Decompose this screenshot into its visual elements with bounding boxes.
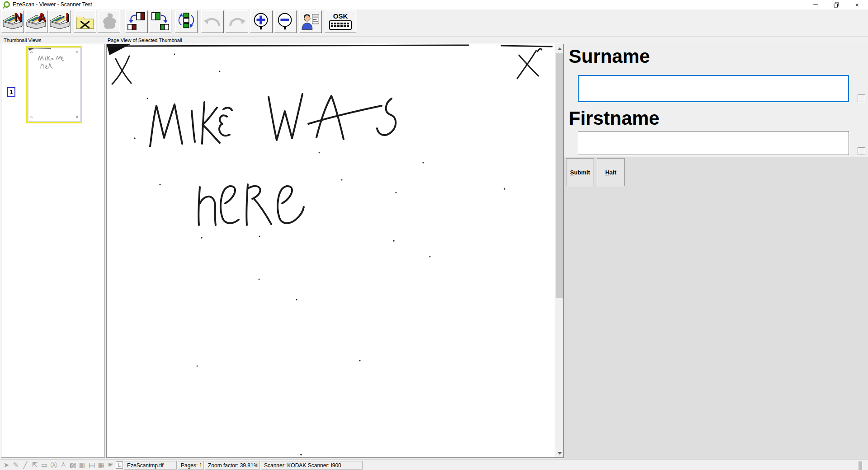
undo-button[interactable]: [201, 10, 224, 33]
annotation-toolbar: ➤ ✎ ╱ ⇱ ▭ Ⓐ ♙ ▨ ▥ ▤ ▦ ☛: [2, 460, 115, 470]
scrollbar-thumb[interactable]: [556, 53, 563, 298]
status-filename: EzeScantmp.tif: [124, 461, 177, 470]
status-zoom-factor: Zoom factor: 39.81%: [205, 461, 260, 470]
redo-icon: [226, 11, 247, 32]
status-scanner: Scanner: KODAK Scanner: i900: [261, 461, 363, 470]
rotate-right-button[interactable]: [149, 10, 171, 33]
select-tool-icon[interactable]: ⇱: [31, 461, 39, 469]
scanned-page-image: [107, 44, 555, 457]
stamp-tool-icon[interactable]: ♙: [59, 461, 67, 469]
pen-tool-icon[interactable]: ✎: [12, 461, 20, 469]
rotate-left-button[interactable]: [125, 10, 148, 33]
rectangle-tool-icon[interactable]: ▭: [40, 461, 48, 469]
svg-text:I: I: [66, 11, 69, 24]
highlight-tool-icon[interactable]: ▨: [69, 461, 77, 469]
zoom-in-button[interactable]: [250, 10, 273, 33]
panel-labels-row: Thumbnail Views Page View of Selected Th…: [0, 36, 868, 44]
text-annotation-icon[interactable]: Ⓐ: [50, 461, 58, 470]
thumbnail-scan-image: [28, 47, 81, 122]
minimize-icon: [813, 5, 818, 5]
on-screen-keyboard-button[interactable]: OSK: [325, 10, 356, 33]
resize-grip[interactable]: [859, 461, 862, 470]
rotate-180-icon: [176, 11, 197, 32]
zoom-in-icon: [251, 11, 272, 32]
close-icon: ×: [855, 1, 859, 9]
submit-button[interactable]: Submit: [566, 158, 594, 186]
surname-label: Surname: [569, 46, 650, 67]
pan-tool-icon[interactable]: ☛: [107, 461, 115, 469]
thumbnail-views-label: Thumbnail Views: [4, 38, 42, 43]
restore-icon: [834, 2, 839, 8]
surname-side-box[interactable]: [858, 94, 865, 102]
delete-page-icon: [99, 11, 119, 32]
indexing-panel: Surname Firstname Submit Halt: [564, 44, 868, 459]
zoom-out-icon: [275, 11, 296, 32]
restore-button[interactable]: [826, 0, 847, 9]
svg-text:A: A: [38, 11, 46, 24]
scanner-insert-icon: I I: [49, 11, 71, 33]
page-view-panel[interactable]: [106, 44, 564, 458]
scroll-down-icon: [557, 452, 562, 455]
firstname-input[interactable]: [578, 131, 849, 155]
scanner-append-icon: A A: [25, 11, 47, 33]
title-bar: EzeScan - Viewer - Scanner Test ×: [0, 0, 868, 9]
operator-action-button[interactable]: [299, 10, 322, 33]
operator-document-icon: [300, 11, 321, 32]
scan-new-button[interactable]: N N: [1, 10, 24, 33]
status-pages: Pages: 1: [178, 461, 204, 470]
line-tool-icon[interactable]: ╱: [21, 461, 29, 469]
scan-append-button[interactable]: A A: [25, 10, 47, 33]
scroll-up-button[interactable]: [555, 44, 564, 53]
close-button[interactable]: ×: [847, 0, 868, 9]
minimize-button[interactable]: [805, 0, 826, 9]
svg-text:OSK: OSK: [333, 12, 348, 20]
svg-text:N: N: [14, 11, 22, 24]
folder-close-icon: [75, 11, 95, 32]
firstname-label: Firstname: [569, 108, 660, 129]
main-toolbar: N N A A I I: [0, 9, 868, 36]
scan-insert-button[interactable]: I I: [48, 10, 71, 33]
redo-button[interactable]: [226, 10, 248, 33]
redact-tool-icon[interactable]: ▥: [78, 461, 86, 469]
index-actions-area: Submit Halt: [564, 157, 868, 459]
fill-tool-icon[interactable]: ▤: [88, 461, 96, 469]
delete-page-button[interactable]: [98, 10, 120, 33]
pointer-tool-icon[interactable]: ➤: [2, 461, 10, 469]
thumbnail-panel: 1: [1, 44, 105, 458]
rotate-180-button[interactable]: [175, 10, 198, 33]
mode-indicator: L: [116, 461, 123, 469]
scanner-new-icon: N N: [2, 11, 24, 33]
undo-icon: [202, 11, 223, 32]
window-title: EzeScan - Viewer - Scanner Test: [13, 1, 92, 8]
close-batch-button[interactable]: [74, 10, 96, 33]
vertical-scrollbar[interactable]: [555, 44, 563, 457]
osk-keyboard-icon: OSK: [326, 11, 355, 32]
zoom-out-button[interactable]: [274, 10, 297, 33]
index-fields-area: Surname Firstname: [564, 44, 868, 157]
page-number-badge: 1: [7, 87, 15, 97]
page-thumbnail[interactable]: [26, 46, 82, 123]
ezescan-logo-icon: [3, 1, 10, 10]
scroll-down-button[interactable]: [555, 449, 564, 457]
rotate-right-icon: [150, 11, 170, 32]
rotate-left-icon: [126, 11, 147, 32]
block-tool-icon[interactable]: ▦: [97, 461, 105, 469]
scroll-up-icon: [557, 47, 562, 50]
surname-input[interactable]: [578, 75, 849, 102]
firstname-side-box[interactable]: [858, 147, 865, 155]
halt-button[interactable]: Halt: [597, 158, 625, 186]
ezescan-window: EzeScan - Viewer - Scanner Test × N N A: [0, 0, 868, 470]
page-view-label: Page View of Selected Thumbnail: [108, 38, 182, 43]
status-bar: ➤ ✎ ╱ ⇱ ▭ Ⓐ ♙ ▨ ▥ ▤ ▦ ☛ L EzeScantmp.tif…: [0, 459, 868, 470]
